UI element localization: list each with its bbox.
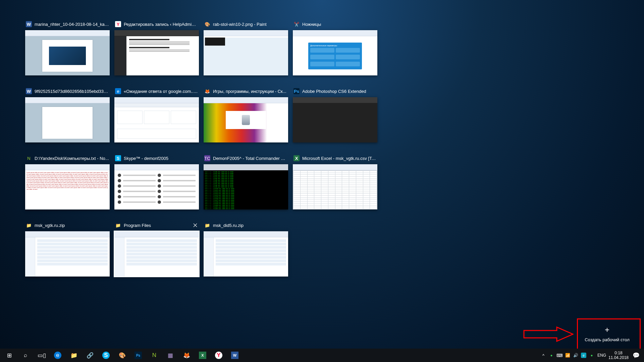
window-header: 📁msk_vgtk.ru.zip [25,221,110,229]
window-thumbnail[interactable]: ND:\YandexDisk\Компьютеры.txt - No...Lor… [25,154,110,209]
tray-chevron-icon[interactable]: ^ [539,349,547,362]
folder-icon: 📁 [115,222,121,228]
window-title: rab-stol-win10-2.png - Paint [213,22,287,27]
notepadpp-icon: N [26,155,32,161]
firefox-button[interactable]: 🦊 [178,349,195,362]
window-thumbnail[interactable]: XMicrosoft Excel - msk_vgtk.ru.csv [To..… [293,154,377,209]
window-header: SSkype™ - demonf2005 [114,154,199,162]
window-title: Редактировать запись ‹ HelpAdmins.... [124,22,198,27]
window-thumbnail[interactable]: TCDemonF2005^ - Total Commander 8....-rw… [204,154,288,209]
window-title: Skype™ - demonf2005 [124,156,198,161]
tray-app1-icon[interactable]: e [580,349,588,362]
photoshop-icon: Ps [293,88,300,94]
window-title: marina_rihter_10-04-2018-08-14_kak_... [35,22,109,27]
window-title: msk_vgtk.ru.zip [35,223,109,228]
window-title: D:\YandexDisk\Компьютеры.txt - No... [35,156,109,161]
tray-wifi-icon[interactable]: 📶 [564,349,572,362]
notepadpp-button[interactable]: N [146,349,162,362]
window-header: 🦊Игры, программы, инструкции - Ск... [204,87,288,95]
window-thumbnail[interactable]: ✂️НожницыДополнительные параметры [293,20,377,75]
window-thumbnail[interactable]: 🎨rab-stol-win10-2.png - Paint [204,20,288,75]
window-title: 9f9252515d73d8602656b105ebd338c... [35,89,109,94]
start-button[interactable]: ⊞ [1,349,17,362]
window-header: ND:\YandexDisk\Компьютеры.txt - No... [25,154,110,162]
window-preview[interactable]: -rw-r--r-- file0.ext 1024 04-11-2018-rw-… [204,164,288,209]
task-view-button[interactable]: ▭▯ [34,349,50,362]
window-preview[interactable] [204,97,288,142]
window-title: «Ожидание ответа от google.com...»... [124,89,198,94]
yandex-icon: Y [115,21,121,27]
skype-button[interactable]: S [98,349,114,362]
window-preview[interactable] [25,30,110,75]
totalcmd-button[interactable]: ▦ [162,349,178,362]
start-icon: ⊞ [7,352,12,359]
window-thumbnail[interactable]: PsAdobe Photoshop CS6 Extended [293,87,377,142]
photoshop-icon: Ps [135,352,142,359]
window-thumbnail[interactable]: 📁Program Files [114,221,199,277]
search-button[interactable]: ⌕ [17,349,34,362]
window-thumbnail[interactable]: W9f9252515d73d8602656b105ebd338c... [25,87,110,142]
totalcmd-icon: TC [204,155,210,161]
folder-icon: 📁 [26,222,32,228]
window-preview[interactable] [204,30,288,75]
window-preview[interactable]: Lorem ipsum dolor sit amet Lorem ipsum d… [25,164,110,209]
explorer-button[interactable]: 📁 [66,349,82,362]
edge-icon: e [115,88,121,94]
new-desktop-button[interactable]: + Создать рабочий стол [580,320,634,347]
window-preview[interactable] [293,97,377,142]
window-thumbnail[interactable]: 📁msk_did5.ru.zip [204,221,288,277]
window-preview[interactable] [114,231,199,277]
window-preview[interactable] [25,97,110,142]
window-title: Microsoft Excel - msk_vgtk.ru.csv [To... [302,156,377,161]
paint-button[interactable]: 🎨 [114,349,130,362]
firefox-icon: 🦊 [204,88,210,94]
tray-app2-icon[interactable]: ● [588,349,596,362]
tray-yadisk-icon[interactable]: ● [547,349,555,362]
close-button[interactable] [192,222,198,228]
window-thumbnail[interactable]: Wmarina_rihter_10-04-2018-08-14_kak_... [25,20,110,75]
window-preview[interactable] [114,97,199,142]
window-thumbnail[interactable]: e«Ожидание ответа от google.com...»... [114,87,199,142]
word-icon: W [26,21,32,27]
share-button[interactable]: 🔗 [82,349,98,362]
word-icon: W [26,88,32,94]
clock-date: 11.04.2018 [608,355,629,360]
word-icon: W [231,352,238,359]
window-thumbnail[interactable]: YРедактировать запись ‹ HelpAdmins.... [114,20,199,75]
window-preview[interactable] [25,231,110,277]
totalcmd-icon: ▦ [168,352,173,359]
tray-volume-icon[interactable]: 🔊 [572,349,580,362]
photoshop-button[interactable]: Ps [130,349,146,362]
window-header: 🎨rab-stol-win10-2.png - Paint [204,20,288,28]
edge-button[interactable]: e [50,349,66,362]
window-title: Adobe Photoshop CS6 Extended [302,89,377,94]
window-thumbnail[interactable]: 🦊Игры, программы, инструкции - Ск... [204,87,288,142]
action-center-button[interactable]: 💬 [629,349,643,362]
window-preview[interactable] [114,164,199,209]
taskbar: ⊞⌕▭▯e📁🔗S🎨PsN▦🦊XYW ^●⌨📶🔊e● ENG 0:18 11.04… [0,349,644,362]
window-preview[interactable] [114,30,199,75]
skype-icon: S [102,352,110,359]
excel-button[interactable]: X [195,349,211,362]
word-button[interactable]: W [227,349,243,362]
window-preview[interactable] [293,164,377,209]
skype-icon: S [115,155,121,161]
notification-icon: 💬 [633,352,640,359]
language-indicator[interactable]: ENG [596,349,608,362]
window-title: DemonF2005^ - Total Commander 8.... [213,156,287,161]
search-icon: ⌕ [24,352,27,359]
window-header: ✂️Ножницы [293,20,377,28]
tray-keyboard-icon[interactable]: ⌨ [555,349,564,362]
paint-icon: 🎨 [119,352,126,359]
notepadpp-icon: N [152,352,156,359]
yandex-icon: Y [215,352,222,359]
close-icon [193,223,197,227]
clock[interactable]: 0:18 11.04.2018 [608,351,629,360]
window-header: 📁msk_did5.ru.zip [204,221,288,229]
yandex-button[interactable]: Y [211,349,227,362]
window-header: XMicrosoft Excel - msk_vgtk.ru.csv [To..… [293,154,377,162]
window-preview[interactable] [204,231,288,277]
window-thumbnail[interactable]: 📁msk_vgtk.ru.zip [25,221,110,277]
window-thumbnail[interactable]: SSkype™ - demonf2005 [114,154,199,209]
window-preview[interactable]: Дополнительные параметры [293,30,377,75]
